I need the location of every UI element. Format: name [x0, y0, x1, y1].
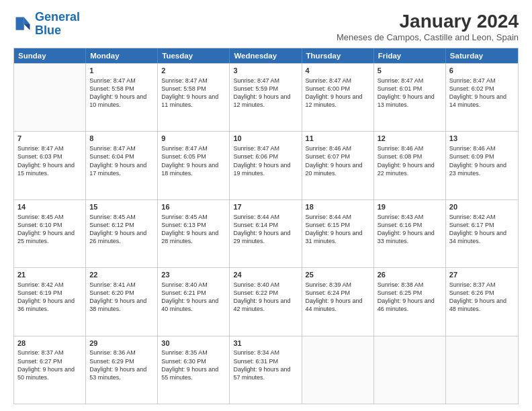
day-number: 26 [378, 270, 442, 280]
day-28: 28Sunrise: 8:37 AM Sunset: 6:27 PM Dayli… [14, 336, 86, 404]
empty-cell [302, 336, 374, 404]
cell-info: Sunrise: 8:38 AM Sunset: 6:25 PM Dayligh… [378, 281, 442, 314]
logo: General Blue [13, 11, 80, 38]
day-number: 23 [161, 270, 226, 280]
day-number: 14 [17, 202, 82, 212]
day-11: 11Sunrise: 8:46 AM Sunset: 6:07 PM Dayli… [302, 132, 374, 199]
cell-info: Sunrise: 8:39 AM Sunset: 6:24 PM Dayligh… [306, 281, 370, 314]
cell-info: Sunrise: 8:36 AM Sunset: 6:29 PM Dayligh… [89, 349, 154, 381]
calendar: Sunday Monday Tuesday Wednesday Thursday… [13, 48, 519, 404]
cell-info: Sunrise: 8:47 AM Sunset: 6:00 PM Dayligh… [306, 77, 370, 109]
day-number: 29 [89, 338, 154, 349]
page: General Blue January 2024 Meneses de Cam… [0, 0, 532, 411]
cell-info: Sunrise: 8:47 AM Sunset: 6:02 PM Dayligh… [449, 77, 515, 109]
day-number: 16 [161, 202, 226, 212]
week-3: 14Sunrise: 8:45 AM Sunset: 6:10 PM Dayli… [14, 199, 518, 267]
calendar-body: 1Sunrise: 8:47 AM Sunset: 5:58 PM Daylig… [14, 63, 518, 404]
day-number: 12 [378, 134, 442, 144]
week-4: 21Sunrise: 8:42 AM Sunset: 6:19 PM Dayli… [14, 267, 518, 335]
cell-info: Sunrise: 8:46 AM Sunset: 6:07 PM Dayligh… [306, 144, 370, 177]
day-8: 8Sunrise: 8:47 AM Sunset: 6:04 PM Daylig… [86, 132, 158, 199]
cell-info: Sunrise: 8:45 AM Sunset: 6:13 PM Dayligh… [161, 213, 226, 246]
location-subtitle: Meneses de Campos, Castille and Leon, Sp… [337, 32, 519, 42]
svg-marker-0 [24, 17, 30, 24]
logo-text: General Blue [35, 11, 80, 38]
svg-rect-2 [16, 17, 24, 30]
day-16: 16Sunrise: 8:45 AM Sunset: 6:13 PM Dayli… [158, 200, 230, 267]
cell-info: Sunrise: 8:44 AM Sunset: 6:14 PM Dayligh… [233, 213, 298, 246]
cell-info: Sunrise: 8:37 AM Sunset: 6:26 PM Dayligh… [449, 281, 515, 314]
header-monday: Monday [86, 48, 158, 63]
day-number: 28 [17, 338, 82, 349]
week-2: 7Sunrise: 8:47 AM Sunset: 6:03 PM Daylig… [14, 131, 518, 199]
cell-info: Sunrise: 8:47 AM Sunset: 6:04 PM Dayligh… [89, 144, 154, 177]
day-5: 5Sunrise: 8:47 AM Sunset: 6:01 PM Daylig… [374, 64, 446, 131]
day-31: 31Sunrise: 8:34 AM Sunset: 6:31 PM Dayli… [230, 336, 302, 404]
day-number: 8 [89, 134, 154, 144]
day-number: 22 [89, 270, 154, 280]
day-number: 21 [17, 270, 82, 280]
day-14: 14Sunrise: 8:45 AM Sunset: 6:10 PM Dayli… [14, 200, 86, 267]
day-1: 1Sunrise: 8:47 AM Sunset: 5:58 PM Daylig… [86, 64, 158, 131]
day-15: 15Sunrise: 8:45 AM Sunset: 6:12 PM Dayli… [86, 200, 158, 267]
day-6: 6Sunrise: 8:47 AM Sunset: 6:02 PM Daylig… [446, 64, 518, 131]
day-number: 18 [306, 202, 370, 212]
svg-marker-1 [24, 24, 30, 30]
week-5: 28Sunrise: 8:37 AM Sunset: 6:27 PM Dayli… [14, 336, 518, 404]
day-18: 18Sunrise: 8:44 AM Sunset: 6:15 PM Dayli… [302, 200, 374, 267]
cell-info: Sunrise: 8:47 AM Sunset: 5:58 PM Dayligh… [89, 77, 154, 109]
empty-cell [446, 336, 518, 404]
week-1: 1Sunrise: 8:47 AM Sunset: 5:58 PM Daylig… [14, 63, 518, 131]
cell-info: Sunrise: 8:40 AM Sunset: 6:21 PM Dayligh… [161, 281, 226, 314]
day-26: 26Sunrise: 8:38 AM Sunset: 6:25 PM Dayli… [374, 268, 446, 335]
header-wednesday: Wednesday [230, 48, 302, 63]
day-20: 20Sunrise: 8:42 AM Sunset: 6:17 PM Dayli… [446, 200, 518, 267]
day-29: 29Sunrise: 8:36 AM Sunset: 6:29 PM Dayli… [86, 336, 158, 404]
day-22: 22Sunrise: 8:41 AM Sunset: 6:20 PM Dayli… [86, 268, 158, 335]
cell-info: Sunrise: 8:43 AM Sunset: 6:16 PM Dayligh… [378, 213, 442, 246]
day-number: 30 [161, 338, 226, 349]
month-title: January 2024 [337, 11, 519, 32]
day-number: 31 [233, 338, 298, 349]
day-number: 2 [161, 66, 226, 76]
day-number: 27 [449, 270, 515, 280]
cell-info: Sunrise: 8:45 AM Sunset: 6:12 PM Dayligh… [89, 213, 154, 246]
day-4: 4Sunrise: 8:47 AM Sunset: 6:00 PM Daylig… [302, 64, 374, 131]
cell-info: Sunrise: 8:45 AM Sunset: 6:10 PM Dayligh… [17, 213, 82, 246]
header-thursday: Thursday [302, 48, 374, 63]
logo-line2: Blue [35, 24, 61, 37]
header-sunday: Sunday [14, 48, 86, 63]
calendar-header: Sunday Monday Tuesday Wednesday Thursday… [14, 48, 518, 63]
day-number: 7 [17, 134, 82, 144]
day-number: 6 [449, 66, 515, 76]
day-number: 17 [233, 202, 298, 212]
cell-info: Sunrise: 8:35 AM Sunset: 6:30 PM Dayligh… [161, 349, 226, 381]
empty-cell [14, 64, 86, 131]
day-number: 15 [89, 202, 154, 212]
day-number: 3 [233, 66, 298, 76]
day-9: 9Sunrise: 8:47 AM Sunset: 6:05 PM Daylig… [158, 132, 230, 199]
cell-info: Sunrise: 8:46 AM Sunset: 6:08 PM Dayligh… [378, 144, 442, 177]
cell-info: Sunrise: 8:41 AM Sunset: 6:20 PM Dayligh… [89, 281, 154, 314]
day-number: 19 [378, 202, 442, 212]
day-number: 5 [378, 66, 442, 76]
day-23: 23Sunrise: 8:40 AM Sunset: 6:21 PM Dayli… [158, 268, 230, 335]
day-number: 4 [306, 66, 370, 76]
day-13: 13Sunrise: 8:46 AM Sunset: 6:09 PM Dayli… [446, 132, 518, 199]
day-number: 9 [161, 134, 226, 144]
day-21: 21Sunrise: 8:42 AM Sunset: 6:19 PM Dayli… [14, 268, 86, 335]
cell-info: Sunrise: 8:44 AM Sunset: 6:15 PM Dayligh… [306, 213, 370, 246]
day-number: 25 [306, 270, 370, 280]
day-12: 12Sunrise: 8:46 AM Sunset: 6:08 PM Dayli… [374, 132, 446, 199]
day-7: 7Sunrise: 8:47 AM Sunset: 6:03 PM Daylig… [14, 132, 86, 199]
header: General Blue January 2024 Meneses de Cam… [13, 11, 519, 42]
day-number: 20 [449, 202, 515, 212]
cell-info: Sunrise: 8:47 AM Sunset: 5:59 PM Dayligh… [233, 77, 298, 109]
day-number: 24 [233, 270, 298, 280]
cell-info: Sunrise: 8:47 AM Sunset: 6:05 PM Dayligh… [161, 144, 226, 177]
cell-info: Sunrise: 8:47 AM Sunset: 5:58 PM Dayligh… [161, 77, 226, 109]
header-tuesday: Tuesday [158, 48, 230, 63]
day-25: 25Sunrise: 8:39 AM Sunset: 6:24 PM Dayli… [302, 268, 374, 335]
cell-info: Sunrise: 8:47 AM Sunset: 6:03 PM Dayligh… [17, 144, 82, 177]
day-number: 1 [89, 66, 154, 76]
